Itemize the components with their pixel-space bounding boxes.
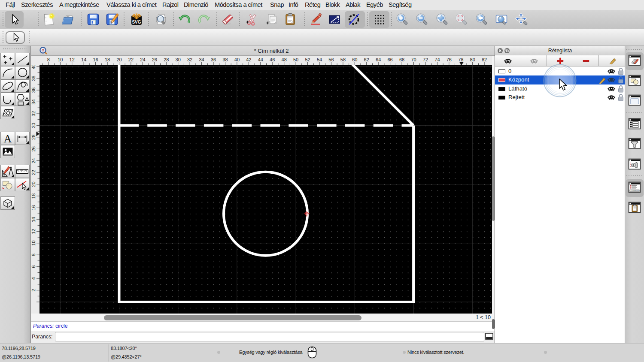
svg-text:52: 52 xyxy=(305,57,310,62)
svg-text:2: 2 xyxy=(31,289,36,292)
svg-text:62: 62 xyxy=(364,57,369,62)
svg-text:> command: > command xyxy=(631,190,639,192)
svg-text:60: 60 xyxy=(352,57,357,62)
svg-text:54: 54 xyxy=(317,57,322,62)
svg-text:22: 22 xyxy=(128,57,134,62)
svg-text:80: 80 xyxy=(470,57,475,62)
svg-text:36: 36 xyxy=(31,87,36,93)
svg-text:74: 74 xyxy=(434,57,440,62)
svg-text:78: 78 xyxy=(458,57,463,62)
svg-text:10: 10 xyxy=(58,57,63,62)
svg-text:66: 66 xyxy=(387,57,392,62)
svg-text:24: 24 xyxy=(140,57,145,62)
svg-text:12: 12 xyxy=(70,57,75,62)
svg-text:40: 40 xyxy=(31,65,36,69)
svg-text:38: 38 xyxy=(222,57,228,62)
svg-text:28: 28 xyxy=(31,135,36,140)
svg-text:70: 70 xyxy=(411,57,416,62)
svg-text:10: 10 xyxy=(31,241,36,246)
svg-text:14: 14 xyxy=(31,217,36,222)
svg-text:72: 72 xyxy=(423,57,428,62)
svg-text:36: 36 xyxy=(211,57,216,62)
svg-text:34: 34 xyxy=(31,99,36,104)
svg-text:26: 26 xyxy=(152,57,157,62)
svg-text:44: 44 xyxy=(258,57,263,62)
svg-text:46: 46 xyxy=(270,57,275,62)
svg-text:32: 32 xyxy=(187,57,192,62)
svg-text:58: 58 xyxy=(340,57,346,62)
svg-text:18: 18 xyxy=(105,57,110,62)
svg-text:20: 20 xyxy=(116,57,122,62)
svg-text:6: 6 xyxy=(31,265,36,268)
svg-text:24: 24 xyxy=(31,158,36,163)
svg-text:30: 30 xyxy=(31,123,36,128)
svg-text:34: 34 xyxy=(199,57,204,62)
svg-text:40: 40 xyxy=(234,57,240,62)
svg-text:18: 18 xyxy=(31,193,36,199)
svg-text:30: 30 xyxy=(176,57,181,62)
svg-text:82: 82 xyxy=(482,57,487,62)
svg-text:48: 48 xyxy=(282,57,287,62)
svg-text:4: 4 xyxy=(31,277,36,280)
svg-text:12: 12 xyxy=(31,229,36,234)
svg-text:8: 8 xyxy=(31,253,36,256)
svg-text:20: 20 xyxy=(31,181,36,187)
svg-text:8: 8 xyxy=(47,57,50,62)
svg-text:76: 76 xyxy=(447,57,452,62)
svg-text:42: 42 xyxy=(246,57,251,62)
svg-text:64: 64 xyxy=(376,57,381,62)
svg-text:32: 32 xyxy=(31,111,36,116)
svg-text:SVG: SVG xyxy=(132,20,141,24)
svg-text:16: 16 xyxy=(31,205,36,210)
svg-text:26: 26 xyxy=(31,146,36,151)
svg-text:16: 16 xyxy=(93,57,98,62)
svg-text:14: 14 xyxy=(81,57,86,62)
svg-text:22: 22 xyxy=(31,170,36,175)
svg-text:56: 56 xyxy=(328,57,334,62)
svg-text:28: 28 xyxy=(164,57,169,62)
svg-text:68: 68 xyxy=(399,57,404,62)
svg-text:50: 50 xyxy=(293,57,298,62)
svg-text:38: 38 xyxy=(31,75,36,81)
svg-text:A: A xyxy=(4,133,12,145)
